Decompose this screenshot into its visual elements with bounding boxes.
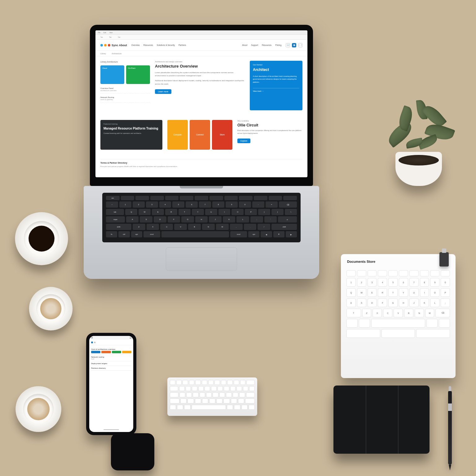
browser-tabbar: Tab Tab Tab — [95, 35, 307, 40]
app-dot-icon — [91, 342, 93, 343]
secondary-nav: About Support Resources Pricing — [242, 44, 281, 46]
phone-list: Card of architecture overview Network ro… — [89, 345, 133, 427]
subnav-link[interactable]: Library — [100, 53, 106, 55]
main-article: Architecture and design overview Archite… — [155, 61, 245, 115]
phone-home-indicator[interactable] — [89, 427, 133, 432]
secondary-article: Also available Ollie Circuit Brief descr… — [237, 120, 302, 154]
sidebar-title: Library Architecture — [100, 61, 150, 63]
chip-icon — [101, 351, 111, 353]
status-left: 09 — [91, 337, 93, 339]
laptop-trackpad[interactable] — [166, 247, 237, 271]
nav-link[interactable]: Partners — [178, 44, 186, 46]
tile-store[interactable]: Store — [212, 120, 232, 150]
logo-dot-icon — [108, 44, 110, 46]
training-kicker: Featured training — [104, 123, 159, 125]
browser-tab[interactable]: Tab — [107, 36, 113, 39]
status-right: ●● — [130, 337, 131, 339]
sidebar-item-caption: mesh & gateway — [100, 99, 150, 101]
right-rail: Get Started Architect A short descriptio… — [250, 61, 302, 115]
potted-plant — [383, 105, 454, 186]
article-paragraph: Lorem placeholder describing the system … — [155, 71, 245, 77]
laptop-keyboard[interactable]: esc ~1234567890-=⌫ tabQWERTYUIOP[]\ caps… — [102, 193, 301, 242]
tablet-title: Documents Store — [347, 260, 375, 263]
chip-icon — [91, 351, 100, 353]
phone-statusbar: 09 ●● — [89, 336, 133, 340]
promo-link[interactable]: View track → — [253, 88, 299, 92]
secondary-body: Brief description of the companion offer… — [237, 129, 302, 135]
sidebar-card-cloud[interactable]: Cloud — [100, 65, 124, 84]
phone-header: S — [89, 340, 133, 345]
nav-link[interactable]: Resources — [262, 44, 271, 46]
promo-title: Architect — [253, 68, 299, 72]
chip-icon — [112, 351, 121, 353]
laptop-screen: File Edit View Tab Tab Tab Sync About Ov… — [95, 30, 307, 177]
site-header: Sync About Overview Resources Solutions … — [95, 40, 307, 51]
secondary-title: Ollie Circuit — [237, 123, 302, 127]
sidebar-item-title: Network Routing — [100, 96, 150, 99]
secondary-row: Featured training Managed Resource Platf… — [100, 120, 302, 154]
pen — [448, 390, 452, 465]
laptop-hinge — [180, 186, 223, 188]
menu-item[interactable]: Edit — [104, 32, 106, 33]
main-nav: Overview Resources Solutions & Security … — [131, 44, 186, 46]
phone-item-title: Card of architecture overview — [91, 348, 131, 350]
phone-list-item[interactable]: Card of architecture overview — [91, 347, 131, 355]
article-heading: Architecture Overview — [155, 64, 245, 68]
keypad-tablet[interactable]: Documents Store 1234567890 QWERTYUIOP AS… — [341, 254, 456, 378]
phone-item-title: Partners directory — [91, 367, 131, 369]
nav-link[interactable]: Support — [251, 44, 258, 46]
nav-link[interactable]: Solutions & Security — [157, 44, 175, 46]
menu-item[interactable]: View — [109, 32, 113, 33]
promo-kicker: Get Started — [253, 64, 299, 66]
sidebar-item[interactable]: Overview Panel architecture overview — [100, 87, 150, 94]
footer-body: Fine print and partner program details w… — [100, 165, 302, 168]
phone-screen: 09 ●● S Card of architecture overview Ne… — [89, 336, 133, 432]
browser-menubar: File Edit View — [95, 30, 307, 35]
tile-connect[interactable]: Connect — [190, 120, 210, 150]
nav-link[interactable]: About — [242, 44, 247, 46]
phone-list-item[interactable]: Deployment targets — [91, 361, 131, 366]
page-content: Library Architecture Cloud On-Prem Overv… — [95, 56, 307, 177]
training-body: Curated learning path for operators and … — [104, 132, 159, 135]
training-card[interactable]: Featured training Managed Resource Platf… — [100, 120, 162, 150]
logo-text: Sync About — [112, 44, 127, 47]
site-logo[interactable]: Sync About — [100, 44, 127, 47]
logo-dot-icon — [100, 44, 103, 46]
tablet-cover — [333, 386, 430, 454]
nav-link[interactable]: Pricing — [275, 44, 281, 46]
promo-card[interactable]: Get Started Architect A short descriptio… — [250, 61, 302, 110]
chip-icon — [122, 351, 131, 353]
phone-list-item[interactable]: Network routing layer — [91, 355, 131, 361]
sidebar-item-title: Overview Panel — [100, 87, 150, 90]
learn-more-button[interactable]: Learn more — [155, 89, 171, 94]
article-kicker: Architecture and design overview — [155, 61, 245, 63]
nav-link[interactable]: Resources — [143, 44, 153, 46]
nav-link[interactable]: Overview — [131, 44, 140, 46]
laptop: File Edit View Tab Tab Tab Sync About Ov… — [90, 25, 313, 279]
article-paragraph: Additional description about deployment … — [155, 79, 245, 85]
header-actions: ☐ ◉ ⋮⋮ — [286, 43, 302, 47]
user-icon[interactable]: ◉ — [292, 43, 296, 47]
browser-tab[interactable]: Tab — [99, 36, 105, 39]
explore-button[interactable]: Explore — [237, 139, 250, 143]
wireless-keyboard[interactable] — [167, 377, 257, 416]
coffee-cup — [29, 287, 73, 330]
subnav-link[interactable]: Architecture — [112, 53, 121, 55]
phone-item-sub: layer — [91, 358, 131, 360]
smartphone-off — [111, 433, 154, 470]
sidebar-item[interactable]: Network Routing mesh & gateway — [100, 96, 150, 103]
phone-app-title: S — [94, 342, 95, 343]
browser-tab[interactable]: Tab — [116, 36, 122, 39]
promo-body: A short description of the architect tra… — [253, 75, 299, 84]
cart-icon[interactable]: ☐ — [286, 43, 290, 47]
coffee-cup — [15, 212, 68, 265]
sidebar-card-onprem[interactable]: On-Prem — [126, 65, 150, 84]
plant-pot — [395, 152, 442, 186]
apps-icon[interactable]: ⋮⋮ — [298, 43, 302, 47]
tile-compute[interactable]: Compute — [167, 120, 188, 150]
usb-drive — [439, 252, 449, 267]
phone-item-title: Deployment targets — [91, 363, 131, 364]
menu-item[interactable]: File — [98, 32, 100, 33]
page-footer: Terms & Partner Directory Fine print and… — [100, 159, 302, 173]
phone-list-item[interactable]: Partners directory — [91, 366, 131, 371]
